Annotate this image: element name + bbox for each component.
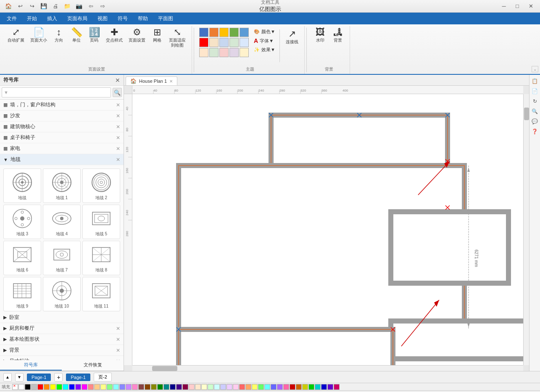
sidebar-close-btn[interactable]: ✕	[115, 77, 120, 84]
color-dark-red[interactable]	[138, 384, 144, 390]
color-pale-yellow[interactable]	[201, 384, 207, 390]
category-building-core[interactable]: ▦ 建筑物核心 ✕	[0, 121, 124, 132]
category-rugs[interactable]: ▼ 地毯 ✕	[0, 154, 124, 165]
theme-swatch-2[interactable]	[209, 28, 219, 37]
menu-floorplan[interactable]: 平面图	[153, 13, 178, 24]
theme-swatch-4[interactable]	[229, 28, 239, 37]
color-light-blue[interactable]	[119, 384, 125, 390]
tab-close-btn[interactable]: ✕	[169, 79, 173, 84]
color-medium-cyan[interactable]	[315, 384, 321, 390]
search-input[interactable]	[10, 88, 111, 97]
sidebar-tab-file-recovery[interactable]: 文件恢复	[62, 360, 124, 371]
right-tool-search[interactable]: 🔍	[530, 107, 540, 116]
category-rugs-close[interactable]: ✕	[116, 157, 120, 163]
scrollbar-v[interactable]	[523, 94, 529, 365]
color-purple[interactable]	[75, 384, 81, 390]
symbol-rug-2[interactable]: 地毯 2	[82, 168, 120, 203]
drawing-canvas[interactable]: 6271 mm	[132, 94, 523, 365]
theme-swatch-9[interactable]	[229, 38, 239, 47]
right-tool-help[interactable]: ❓	[530, 127, 540, 136]
color-blue[interactable]	[69, 384, 75, 390]
category-tables[interactable]: ▦ 桌子和椅子 ✕	[0, 132, 124, 143]
fill-none-swatch[interactable]: ✕	[12, 384, 18, 390]
page-tab-1[interactable]: Page-1	[27, 374, 51, 381]
ribbon-btn-auto-expand[interactable]: ⤢ 自动扩展	[5, 26, 27, 45]
theme-swatch-12[interactable]	[209, 48, 219, 57]
color-pale-purple[interactable]	[227, 384, 232, 390]
symbol-rug-0[interactable]: 地毯	[3, 168, 41, 203]
color-apricot[interactable]	[245, 384, 251, 390]
color-pale-pink[interactable]	[233, 384, 239, 390]
close-btn[interactable]: ✕	[525, 2, 537, 11]
page-tab-page2[interactable]: 页-2	[94, 373, 112, 381]
maximize-btn[interactable]: □	[511, 2, 523, 11]
color-white[interactable]	[18, 384, 24, 390]
color-bright-cyan[interactable]	[264, 384, 270, 390]
menu-help[interactable]: 帮助	[133, 13, 153, 24]
ribbon-btn-unit[interactable]: 📏 单位	[68, 26, 85, 45]
color-crimson[interactable]	[290, 384, 295, 390]
color-dark-purple[interactable]	[176, 384, 182, 390]
color-navy[interactable]	[170, 384, 176, 390]
symbol-rug-1[interactable]: 地毯 1	[43, 168, 81, 203]
category-basic-shapes[interactable]: ▶ 基本绘图形状 ✕	[0, 334, 124, 345]
ribbon-btn-effect[interactable]: ✨效果▼	[251, 46, 278, 54]
scrollbar-h[interactable]	[132, 365, 523, 371]
color-orange[interactable]	[44, 384, 50, 390]
theme-swatch-5[interactable]	[240, 28, 249, 37]
ribbon-btn-watermark[interactable]: 🖼 水印	[312, 26, 329, 45]
category-kitchen-close[interactable]: ✕	[116, 326, 120, 331]
ribbon-btn-font[interactable]: A字体▼	[251, 37, 278, 45]
ribbon-btn-page-size[interactable]: 📄 页面大小	[28, 26, 50, 45]
qa-open[interactable]: 📁	[62, 2, 72, 11]
color-lime[interactable]	[56, 384, 62, 390]
symbol-rug-10[interactable]: 地毯 10	[43, 277, 81, 311]
symbol-rug-3[interactable]: 地毯 3	[3, 205, 41, 239]
category-dimensions[interactable]: ▶ 尺寸标注 ✕	[0, 356, 124, 360]
category-sofa[interactable]: ▦ 沙发 ✕	[0, 110, 124, 121]
color-light-green[interactable]	[107, 384, 113, 390]
menu-home[interactable]: 开始	[22, 13, 42, 24]
menu-view[interactable]: 视图	[92, 13, 113, 24]
category-appliances[interactable]: ▦ 家电 ✕	[0, 143, 124, 154]
qa-screenshot[interactable]: 📷	[74, 2, 84, 11]
theme-swatch-6[interactable]	[199, 38, 208, 47]
scroll-thumb-v[interactable]	[524, 108, 529, 120]
color-silver[interactable]	[31, 384, 37, 390]
category-background-close[interactable]: ✕	[116, 347, 120, 353]
category-sofa-close[interactable]: ✕	[116, 113, 120, 119]
color-cream[interactable]	[195, 384, 201, 390]
canvas-tab-houseplan[interactable]: 🏠 House Plan 1 ✕	[126, 76, 177, 85]
ribbon-btn-direction[interactable]: ↕ 方向	[50, 26, 67, 45]
theme-swatch-1[interactable]	[199, 28, 208, 37]
theme-swatch-8[interactable]	[219, 38, 229, 47]
category-appliances-close[interactable]: ✕	[116, 146, 120, 152]
color-light-cyan[interactable]	[113, 384, 119, 390]
qa-redo[interactable]: ↪	[27, 2, 37, 11]
theme-swatch-3[interactable]	[219, 28, 229, 37]
qa-forward[interactable]: ⇨	[97, 2, 108, 11]
color-medium-purple2[interactable]	[327, 384, 333, 390]
sidebar-tab-symbols[interactable]: 符号库	[0, 360, 62, 371]
menu-insert[interactable]: 插入	[42, 13, 62, 24]
search-btn[interactable]: 🔍	[113, 88, 122, 97]
color-dark-green[interactable]	[157, 384, 163, 390]
color-mint[interactable]	[208, 384, 213, 390]
ribbon-btn-page-num[interactable]: 🔢 页码	[86, 26, 103, 45]
color-yellow[interactable]	[50, 384, 56, 390]
symbol-rug-6[interactable]: 地毯 6	[3, 241, 41, 275]
color-pink[interactable]	[132, 384, 138, 390]
color-cornflower[interactable]	[271, 384, 277, 390]
color-olive[interactable]	[151, 384, 157, 390]
color-pale-cyan[interactable]	[214, 384, 220, 390]
qa-back[interactable]: ⇦	[86, 2, 96, 11]
color-peach[interactable]	[94, 384, 100, 390]
page-nav-down[interactable]: ▼	[15, 373, 24, 381]
category-walls-close[interactable]: ✕	[116, 102, 120, 108]
color-red[interactable]	[37, 384, 43, 390]
color-lavender[interactable]	[220, 384, 226, 390]
category-tables-close[interactable]: ✕	[116, 135, 120, 141]
symbol-rug-7[interactable]: 地毯 7	[43, 241, 81, 275]
menu-page-layout[interactable]: 页面布局	[62, 13, 92, 24]
menu-symbol[interactable]: 符号	[113, 13, 133, 24]
